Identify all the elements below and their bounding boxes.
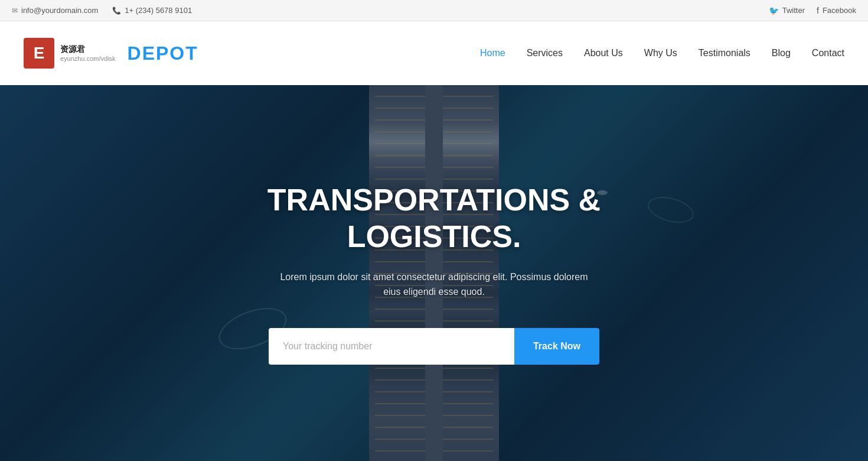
email-text: info@yourdomain.com (21, 6, 98, 15)
brand-name: DEPOT (128, 43, 198, 64)
track-now-button[interactable]: Track Now (514, 328, 599, 365)
logo-sub: eyunzhu.com/vdisk (60, 55, 116, 62)
main-nav: Home Services About Us Why Us Testimonia… (480, 48, 844, 59)
phone-icon: 📞 (112, 7, 121, 15)
nav-services[interactable]: Services (527, 48, 563, 59)
nav-blog[interactable]: Blog (772, 48, 791, 59)
tracking-input[interactable] (269, 328, 514, 365)
facebook-link[interactable]: f Facebook (817, 6, 856, 15)
twitter-link[interactable]: 🐦 Twitter (769, 6, 805, 15)
facebook-icon: f (817, 6, 819, 15)
topbar-right: 🐦 Twitter f Facebook (769, 6, 856, 15)
twitter-label: Twitter (782, 6, 805, 15)
email-icon: ✉ (12, 7, 18, 15)
nav-home[interactable]: Home (480, 48, 505, 59)
facebook-label: Facebook (823, 6, 856, 15)
tracking-bar: Track Now (269, 328, 599, 365)
hero-section: TRANSPORTATIONS & LOGISTICS. Lorem ipsum… (0, 85, 868, 461)
header: E 资源君 eyunzhu.com/vdisk DEPOT Home Servi… (0, 21, 868, 85)
hero-content: TRANSPORTATIONS & LOGISTICS. Lorem ipsum… (0, 85, 868, 461)
logo-icon: E (24, 38, 54, 69)
phone-text: 1+ (234) 5678 9101 (125, 6, 192, 15)
topbar-left: ✉ info@yourdomain.com 📞 1+ (234) 5678 91… (12, 6, 192, 15)
logo-area: E 资源君 eyunzhu.com/vdisk DEPOT (24, 38, 198, 69)
logo-cn: 资源君 (60, 44, 116, 55)
hero-subtitle: Lorem ipsum dolor sit amet consectetur a… (275, 270, 593, 300)
twitter-icon: 🐦 (769, 6, 779, 15)
nav-testimonials[interactable]: Testimonials (699, 48, 750, 59)
email-contact: ✉ info@yourdomain.com (12, 6, 98, 15)
nav-contact[interactable]: Contact (812, 48, 844, 59)
logo-text-block: 资源君 eyunzhu.com/vdisk (60, 44, 116, 62)
phone-contact: 📞 1+ (234) 5678 9101 (112, 6, 192, 15)
nav-why-us[interactable]: Why Us (644, 48, 677, 59)
topbar: ✉ info@yourdomain.com 📞 1+ (234) 5678 91… (0, 0, 868, 21)
nav-about-us[interactable]: About Us (584, 48, 623, 59)
hero-title: TRANSPORTATIONS & LOGISTICS. (227, 181, 641, 255)
